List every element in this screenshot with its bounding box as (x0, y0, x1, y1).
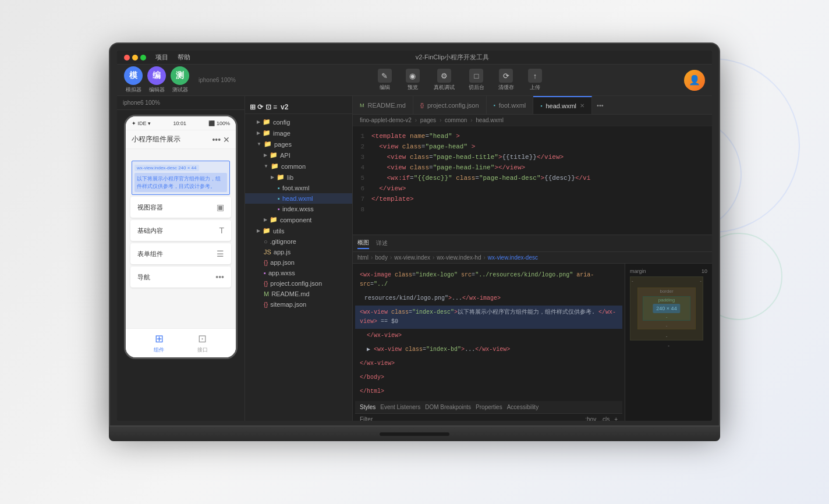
main-content: iphone6 100% ✦ IDE ▾ 10:01 ⬛ 100% 小程序组件展… (117, 96, 712, 421)
tree-item-index-wxss[interactable]: ▪ index.wxss (245, 204, 352, 214)
path-index-hd[interactable]: wx-view.index-hd (437, 254, 481, 261)
editor-code[interactable]: 1 <template name="head" > 2 (353, 126, 712, 235)
tester-button[interactable]: 测 测试器 (171, 66, 189, 94)
tree-item-gitignore[interactable]: ○ .gitignore (245, 236, 352, 247)
tree-item-appjs[interactable]: JS app.js (245, 247, 352, 257)
filter-add[interactable]: + (614, 416, 618, 421)
phone-list-item-3[interactable]: 导航 ••• (130, 267, 231, 288)
tab-label-readme: README.md (368, 102, 406, 109)
phone-list-item-2[interactable]: 表单组件 ☰ (130, 243, 231, 264)
phone-list-item-0[interactable]: 视图容器 ▣ (130, 197, 231, 218)
tree-item-label: lib (287, 174, 293, 181)
path-body[interactable]: body (375, 254, 388, 261)
menu-project[interactable]: 项目 (155, 53, 168, 62)
phone-status-bar: ✦ IDE ▾ 10:01 ⬛ 100% (126, 116, 236, 130)
preview-action[interactable]: ◉ 预览 (406, 69, 420, 91)
clear-cache-action[interactable]: ⟳ 清缓存 (498, 69, 514, 91)
simulator-icon: 模 (124, 66, 143, 85)
tree-item-readme[interactable]: M README.md (245, 289, 352, 299)
maximize-button[interactable] (140, 55, 146, 61)
styles-tab-event-listeners[interactable]: Event Listeners (380, 403, 420, 411)
tree-item-appwxss[interactable]: ▪ app.wxss (245, 268, 352, 278)
path-index-desc[interactable]: wx-view.index-desc (488, 254, 538, 261)
chevron-down-icon: ▼ (264, 164, 268, 169)
tree-item-label: app.json (270, 259, 295, 266)
list-item-label-1: 基础内容 (137, 226, 163, 235)
tree-item-common[interactable]: ▼ 📁 common (245, 161, 352, 172)
nav-components[interactable]: ⊞ 组件 (154, 332, 164, 354)
path-index[interactable]: wx-view.index (394, 254, 430, 261)
tree-item-appjson[interactable]: {} app.json (245, 257, 352, 268)
tree-item-component[interactable]: ▶ 📁 component (245, 214, 352, 225)
devtools-tab-overview[interactable]: 概图 (357, 237, 369, 249)
filter-cls[interactable]: .cls (601, 416, 610, 421)
upload-action[interactable]: ↑ 上传 (528, 69, 542, 91)
tree-item-lib[interactable]: ▶ 📁 lib (245, 172, 352, 183)
filter-input[interactable] (377, 416, 580, 421)
phone-title: 小程序组件展示 (132, 134, 180, 144)
tab-projectconfig[interactable]: {} project.config.json (413, 96, 487, 114)
tab-readme[interactable]: M README.md (353, 96, 413, 114)
tab-label-footwxml: foot.wxml (499, 102, 526, 109)
html-line-0b: resources/kind/logo.png">...</wx-image> (355, 292, 622, 306)
tree-item-label: .gitignore (270, 238, 296, 245)
tree-item-foot-wxml[interactable]: ▪ foot.wxml (245, 183, 352, 193)
styles-tab-accessibility[interactable]: Accessibility (507, 403, 539, 411)
laptop-base (109, 427, 720, 441)
tester-icon: 测 (171, 66, 189, 85)
tab-close-headwxml[interactable]: ✕ (580, 102, 584, 109)
close-button[interactable] (124, 55, 130, 61)
tab-footwxml[interactable]: ▪ foot.wxml (487, 96, 534, 114)
styles-tab-properties[interactable]: Properties (476, 403, 502, 411)
tab-icon-projectconfig: {} (420, 102, 424, 108)
styles-tab-styles[interactable]: Styles (360, 403, 375, 411)
code-line-7: 7 </template> (353, 194, 712, 204)
editor-button[interactable]: 编 编辑器 (147, 66, 166, 94)
box-margin-left: - (632, 278, 633, 283)
path-html[interactable]: html (357, 254, 369, 261)
toolbar-left: 模 模拟器 编 编辑器 测 测试器 iphone6 100% (124, 66, 236, 94)
tree-item-projectconfig[interactable]: {} project.config.json (245, 278, 352, 289)
breadcrumb-part-1: pages (420, 117, 436, 123)
tree-item-head-wxml[interactable]: ▪ head.wxml (245, 193, 352, 204)
tree-item-sitemap[interactable]: {} sitemap.json (245, 299, 352, 310)
chevron-icon: ▶ (271, 175, 274, 180)
tab-overflow[interactable]: ••• (592, 96, 608, 114)
styles-tab-dom-breakpoints[interactable]: DOM Breakpoints (425, 403, 471, 411)
tree-item-image[interactable]: ▶ 📁 image (245, 127, 352, 139)
tree-item-label: head.wxml (282, 195, 313, 202)
simulator-button[interactable]: 模 模拟器 (124, 66, 143, 94)
tree-item-config[interactable]: ▶ 📁 config (245, 116, 352, 127)
chevron-icon: ▶ (257, 119, 260, 125)
tree-item-label: sitemap.json (270, 301, 306, 308)
upload-label: 上传 (530, 84, 540, 91)
tree-item-label: config (273, 119, 290, 126)
nav-interface-label: 接口 (197, 346, 208, 354)
device-label: iphone6 100% (199, 77, 236, 83)
background-label: 切后台 (469, 84, 484, 91)
chevron-icon: ▶ (264, 217, 267, 222)
filter-hov[interactable]: :hov (585, 416, 596, 421)
highlight-text: 以下将展示小程序官方组件能力，组件样式仅供参考，目式设计参考。 (134, 173, 227, 192)
user-avatar[interactable]: 👤 (684, 70, 705, 91)
toolbar-center: ✎ 编辑 ◉ 预览 ⚙ 真机调试 □ 切后台 (240, 69, 679, 91)
tree-item-utils[interactable]: ▶ 📁 utils (245, 225, 352, 236)
nav-interface[interactable]: ⊡ 接口 (197, 332, 208, 354)
box-margin-val: 10 (702, 268, 707, 274)
tree-item-pages[interactable]: ▼ 📁 pages (245, 139, 352, 150)
list-item-label-2: 表单组件 (137, 250, 163, 258)
tree-item-api[interactable]: ▶ 📁 API (245, 150, 352, 161)
tab-headwxml[interactable]: ▪ head.wxml ✕ (533, 96, 592, 114)
background-action[interactable]: □ 切后台 (469, 69, 484, 91)
filter-bar: Filter :hov .cls + (355, 414, 622, 421)
tab-label-headwxml: head.wxml (545, 102, 576, 109)
wxss-file-icon: ▪ (264, 269, 266, 276)
edit-action[interactable]: ✎ 编辑 (378, 69, 392, 91)
minimize-button[interactable] (132, 55, 138, 61)
device-debug-action[interactable]: ⚙ 真机调试 (434, 69, 455, 91)
devtools-tab-detail[interactable]: 详述 (376, 238, 388, 249)
code-line-6: 6 </view> (353, 183, 712, 194)
menu-help[interactable]: 帮助 (178, 53, 190, 62)
breadcrumb-part-0: fino-applet-demo-v2 (360, 117, 412, 123)
phone-list-item-1[interactable]: 基础内容 T (130, 220, 231, 241)
